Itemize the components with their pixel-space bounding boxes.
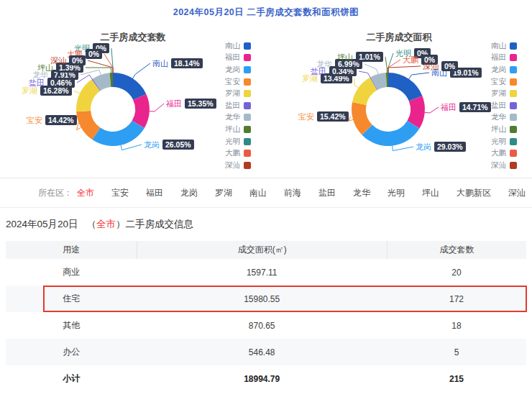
pie-label-name: 龙岗 bbox=[144, 140, 160, 150]
legend-item-龙岗[interactable]: 龙岗 bbox=[491, 65, 517, 75]
pie-label-value: 0% bbox=[441, 61, 458, 71]
legend-item-坪山[interactable]: 坪山 bbox=[491, 124, 517, 134]
header-area: 成交面积(㎡) bbox=[137, 241, 387, 259]
cell-usage: 小计 bbox=[6, 373, 137, 385]
filter-option-龙华[interactable]: 龙华 bbox=[353, 187, 370, 199]
pie-label-value: 14.42% bbox=[45, 115, 77, 125]
legend-label: 坪山 bbox=[225, 124, 240, 134]
cell-usage: 住宅 bbox=[6, 293, 137, 305]
cell-count: 172 bbox=[387, 294, 526, 304]
label-leader-line bbox=[133, 63, 151, 78]
pie-label-深汕: 深汕0% bbox=[50, 55, 86, 65]
legend-item-龙岗[interactable]: 龙岗 bbox=[225, 65, 251, 75]
legend-item-大鹏[interactable]: 大鹏 bbox=[491, 148, 517, 158]
filter-option-全市[interactable]: 全市 bbox=[77, 187, 94, 199]
legend-item-龙华[interactable]: 龙华 bbox=[491, 113, 517, 123]
legend-item-深汕[interactable]: 深汕 bbox=[491, 160, 517, 170]
section-rest: 二手房成交信息 bbox=[126, 219, 194, 229]
table-row-商业: 商业1597.1120 bbox=[6, 259, 526, 286]
legend-swatch-icon bbox=[510, 66, 517, 73]
legend-label: 南山 bbox=[225, 41, 240, 51]
pie-label-name: 龙华 bbox=[316, 59, 332, 70]
filter-option-龙岗[interactable]: 龙岗 bbox=[180, 187, 198, 199]
units-pie-chart: 二手房成交套数 南山18.14%福田15.35%龙岗26.05%宝安14.42%… bbox=[0, 25, 266, 178]
legend-label: 盐田 bbox=[491, 101, 506, 111]
legend-item-坪山[interactable]: 坪山 bbox=[225, 124, 251, 134]
filter-option-深汕[interactable]: 深汕 bbox=[508, 187, 526, 199]
legend-item-罗湖[interactable]: 罗湖 bbox=[225, 88, 251, 99]
legend-label: 光明 bbox=[225, 137, 240, 147]
legend-item-深汕[interactable]: 深汕 bbox=[225, 160, 251, 170]
pie-label-value: 29.03% bbox=[434, 142, 466, 152]
filter-option-前海[interactable]: 前海 bbox=[284, 187, 301, 199]
pie-slice-龙岗[interactable] bbox=[92, 121, 145, 146]
legend-item-福田[interactable]: 福田 bbox=[491, 53, 517, 63]
filter-option-坪山[interactable]: 坪山 bbox=[422, 187, 439, 199]
cell-count: 5 bbox=[387, 347, 526, 357]
cell-area: 18994.79 bbox=[137, 374, 387, 384]
pie-label-坪山: 坪山1.01% bbox=[337, 52, 383, 62]
filter-option-大鹏新区[interactable]: 大鹏新区 bbox=[457, 187, 491, 199]
pie-label-name: 福田 bbox=[441, 102, 457, 113]
pie-label-name: 福田 bbox=[166, 99, 182, 109]
chart-legend: 南山福田龙岗宝安罗湖盐田龙华坪山光明大鹏深汕 bbox=[491, 41, 517, 170]
cell-usage: 办公 bbox=[6, 346, 137, 358]
label-leader-line bbox=[388, 53, 393, 73]
table-row-其他: 其他870.6518 bbox=[6, 312, 526, 339]
filter-option-盐田[interactable]: 盐田 bbox=[318, 187, 336, 199]
pie-label-value: 1.01% bbox=[356, 52, 383, 62]
filter-option-福田[interactable]: 福田 bbox=[146, 187, 163, 199]
filter-option-光明[interactable]: 光明 bbox=[387, 187, 405, 199]
legend-item-光明[interactable]: 光明 bbox=[225, 137, 251, 147]
pie-label-name: 坪山 bbox=[337, 52, 353, 63]
filter-option-南山[interactable]: 南山 bbox=[249, 187, 267, 199]
label-leader-line bbox=[388, 66, 421, 73]
legend-swatch-icon bbox=[510, 114, 517, 121]
legend-item-龙华[interactable]: 龙华 bbox=[225, 113, 251, 123]
legend-item-光明[interactable]: 光明 bbox=[491, 137, 517, 147]
legend-label: 深汕 bbox=[491, 160, 506, 170]
pie-slice-南山[interactable] bbox=[388, 73, 422, 101]
legend-label: 坪山 bbox=[491, 124, 506, 134]
legend-swatch-icon bbox=[244, 126, 251, 133]
filter-option-宝安[interactable]: 宝安 bbox=[111, 187, 129, 199]
filter-option-罗湖[interactable]: 罗湖 bbox=[215, 187, 232, 199]
chart-legend: 南山福田龙岗宝安罗湖盐田龙华坪山光明大鹏深汕 bbox=[225, 41, 251, 170]
legend-swatch-icon bbox=[244, 78, 251, 86]
filter-label: 所在区： bbox=[38, 187, 73, 199]
pie-label-value: 0% bbox=[69, 55, 86, 65]
pie-label-name: 宝安 bbox=[298, 111, 314, 122]
legend-item-福田[interactable]: 福田 bbox=[225, 53, 251, 63]
legend-label: 南山 bbox=[491, 41, 506, 51]
legend-item-盐田[interactable]: 盐田 bbox=[491, 101, 517, 111]
legend-label: 大鹏 bbox=[225, 148, 240, 158]
cell-count: 215 bbox=[387, 374, 526, 384]
legend-item-宝安[interactable]: 宝安 bbox=[225, 77, 251, 87]
table-row-小计: 小计18994.79215 bbox=[6, 365, 526, 392]
legend-item-南山[interactable]: 南山 bbox=[225, 41, 251, 51]
legend-item-盐田[interactable]: 盐田 bbox=[225, 101, 251, 111]
legend-swatch-icon bbox=[510, 150, 517, 157]
pie-slice-南山[interactable] bbox=[113, 73, 146, 100]
legend-label: 宝安 bbox=[491, 77, 506, 87]
pie-label-宝安: 宝安14.42% bbox=[27, 115, 77, 125]
legend-label: 龙岗 bbox=[491, 65, 506, 75]
legend-swatch-icon bbox=[244, 114, 251, 121]
section-paren-open: （ bbox=[87, 219, 97, 229]
pie-label-name: 深汕 bbox=[50, 55, 66, 66]
legend-label: 大鹏 bbox=[491, 148, 506, 158]
legend-swatch-icon bbox=[510, 126, 517, 133]
legend-item-南山[interactable]: 南山 bbox=[491, 41, 517, 51]
cell-count: 20 bbox=[387, 268, 526, 278]
legend-item-罗湖[interactable]: 罗湖 bbox=[491, 88, 517, 99]
legend-swatch-icon bbox=[244, 90, 251, 97]
cell-area: 1597.11 bbox=[137, 268, 387, 278]
legend-label: 龙岗 bbox=[225, 65, 240, 75]
page-title: 2024年05月20日 二手房成交套数和面积饼图 bbox=[0, 0, 532, 22]
pie-label-龙岗: 龙岗29.03% bbox=[416, 142, 466, 152]
label-leader-line bbox=[150, 104, 164, 111]
legend-swatch-icon bbox=[510, 54, 517, 61]
legend-item-大鹏[interactable]: 大鹏 bbox=[225, 148, 251, 158]
pie-label-value: 18.14% bbox=[171, 58, 203, 68]
legend-item-宝安[interactable]: 宝安 bbox=[491, 77, 517, 87]
